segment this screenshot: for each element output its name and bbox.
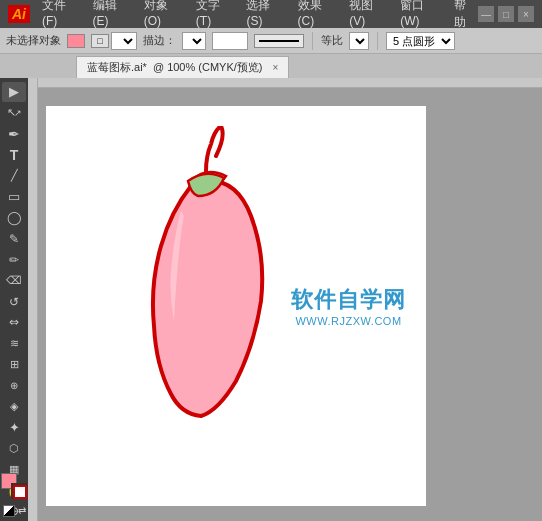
rect-tool[interactable]: ▭ — [2, 187, 26, 207]
minimize-button[interactable]: — — [478, 6, 494, 22]
menu-help[interactable]: 帮助 — [450, 0, 478, 33]
paintbrush-tool[interactable]: ✎ — [2, 229, 26, 249]
rotate-tool[interactable]: ↺ — [2, 292, 26, 312]
swap-colors-button[interactable]: ⇄ — [18, 505, 26, 517]
stroke-label: 描边： — [143, 33, 176, 48]
gradient-tool[interactable]: ◈ — [2, 396, 26, 416]
color-controls: ⇄ — [0, 473, 28, 517]
stroke-line-preview — [254, 34, 304, 48]
document-tab[interactable]: 蓝莓图标.ai* @ 100% (CMYK/预览) × — [76, 56, 289, 78]
line-tool[interactable]: ╱ — [2, 166, 26, 186]
stroke-type-select[interactable]: — — [111, 32, 137, 50]
menu-view[interactable]: 视图(V) — [345, 0, 386, 33]
menu-bar: 文件(F) 编辑(E) 对象(O) 文字(T) 选择(S) 效果(C) 视图(V… — [38, 0, 478, 33]
blend-tool[interactable]: ⬡ — [2, 438, 26, 458]
stroke-value-input[interactable]: 6 pt — [212, 32, 248, 50]
divider — [312, 32, 313, 50]
watermark: 软件自学网 WWW.RJZXW.COM — [291, 285, 406, 327]
ratio-select[interactable]: ▼ — [349, 32, 369, 50]
menu-object[interactable]: 对象(O) — [140, 0, 182, 33]
menu-file[interactable]: 文件(F) — [38, 0, 79, 33]
selection-tool[interactable]: ▶ — [2, 82, 26, 102]
close-button[interactable]: × — [518, 6, 534, 22]
app-logo: Ai — [8, 5, 30, 23]
shape-builder-tool[interactable]: ⊕ — [2, 375, 26, 395]
menu-effect[interactable]: 效果(C) — [294, 0, 336, 33]
stroke-shape-icon[interactable]: □ — [91, 34, 109, 48]
chili-illustration — [106, 126, 306, 446]
eyedropper-tool[interactable]: ✦ — [2, 417, 26, 437]
tab-info: @ 100% (CMYK/预览) — [153, 60, 263, 75]
points-select[interactable]: 5 点圆形 — [386, 32, 455, 50]
canvas-area: 软件自学网 WWW.RJZXW.COM — [28, 78, 542, 521]
maximize-button[interactable]: □ — [498, 6, 514, 22]
ratio-label: 等比 — [321, 33, 343, 48]
pencil-tool[interactable]: ✏ — [2, 250, 26, 270]
direct-selection-tool[interactable]: ↖↗ — [2, 103, 26, 123]
top-ruler — [28, 78, 542, 88]
tab-title: 蓝莓图标.ai* — [87, 60, 147, 75]
canvas: 软件自学网 WWW.RJZXW.COM — [46, 106, 426, 506]
tab-close-button[interactable]: × — [272, 62, 278, 73]
watermark-main-text: 软件自学网 — [291, 285, 406, 315]
no-object-label: 未选择对象 — [6, 33, 61, 48]
width-tool[interactable]: ⇔ — [2, 312, 26, 332]
menu-window[interactable]: 窗口(W) — [396, 0, 440, 33]
menu-type[interactable]: 文字(T) — [192, 0, 233, 33]
toolbar: ▶ ↖↗ ✒ T ╱ ▭ ◯ ✎ ✏ ⌫ ↺ ⇔ ≋ ⊞ ⊕ ◈ ✦ — [0, 78, 28, 521]
fill-color-swatch[interactable] — [67, 34, 85, 48]
ellipse-tool[interactable]: ◯ — [2, 208, 26, 228]
main-area: ▶ ↖↗ ✒ T ╱ ▭ ◯ ✎ ✏ ⌫ ↺ ⇔ ≋ ⊞ ⊕ ◈ ✦ — [0, 78, 542, 521]
pen-tool[interactable]: ✒ — [2, 124, 26, 144]
none-color-button[interactable] — [3, 505, 15, 517]
active-color-indicator — [13, 485, 27, 499]
menu-edit[interactable]: 编辑(E) — [89, 0, 130, 33]
title-bar: Ai 文件(F) 编辑(E) 对象(O) 文字(T) 选择(S) 效果(C) 视… — [0, 0, 542, 28]
eraser-tool[interactable]: ⌫ — [2, 271, 26, 291]
watermark-sub-text: WWW.RJZXW.COM — [291, 315, 406, 327]
stroke-size-select[interactable]: ◇ — [182, 32, 206, 50]
menu-select[interactable]: 选择(S) — [242, 0, 283, 33]
warp-tool[interactable]: ≋ — [2, 333, 26, 353]
free-transform-tool[interactable]: ⊞ — [2, 354, 26, 374]
type-tool[interactable]: T — [2, 145, 26, 165]
window-controls: — □ × — [478, 6, 534, 22]
left-ruler — [28, 78, 38, 521]
tab-bar: 蓝莓图标.ai* @ 100% (CMYK/预览) × — [0, 54, 542, 78]
divider2 — [377, 32, 378, 50]
